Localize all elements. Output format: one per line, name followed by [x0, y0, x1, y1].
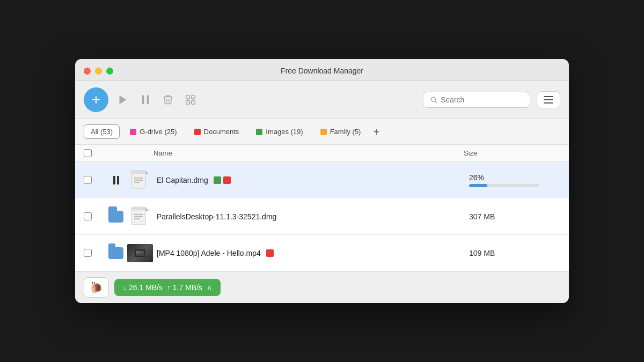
tag-green	[214, 176, 221, 184]
maximize-button[interactable]	[106, 68, 113, 75]
select-all-checkbox[interactable]	[84, 149, 92, 157]
main-window: Free Download Manager +	[75, 59, 569, 303]
size-text: 109 MB	[469, 249, 560, 257]
progress-bar-fill	[469, 184, 487, 187]
pause-button[interactable]	[137, 92, 153, 108]
svg-rect-4	[192, 95, 195, 99]
file-tags	[214, 176, 231, 184]
toolbar: +	[75, 81, 569, 119]
move-icon	[185, 94, 196, 106]
minimize-button[interactable]	[95, 68, 102, 75]
snail-icon: 🐌	[90, 281, 103, 294]
size-text: 26%	[469, 173, 560, 182]
col-name-header: Name	[153, 149, 464, 157]
category-tabs: All (53) G-drive (25) Documents Images (…	[75, 119, 569, 145]
download-speed: ↓ 26.1 MB/s	[123, 283, 163, 292]
chevron-up-icon[interactable]: ∧	[207, 283, 212, 292]
add-download-button[interactable]: +	[84, 87, 108, 112]
svg-marker-20	[145, 207, 149, 211]
svg-marker-0	[120, 95, 127, 105]
row-name-cell: El Capitan.dmg	[153, 176, 464, 184]
status-bar: 🐌 ↓ 26.1 MB/s ↑ 1.7 MB/s ∧	[75, 272, 569, 303]
row-size-cell: 307 MB	[464, 212, 560, 221]
video-frame-icon	[135, 249, 145, 257]
tab-documents[interactable]: Documents	[187, 124, 246, 139]
tab-family[interactable]: Family (5)	[313, 124, 368, 139]
snail-button[interactable]: 🐌	[84, 277, 109, 298]
svg-point-10	[431, 97, 435, 101]
gdrive-color-dot	[130, 129, 136, 135]
tab-images[interactable]: Images (19)	[249, 124, 310, 139]
tab-all[interactable]: All (53)	[84, 124, 120, 139]
size-text: 307 MB	[469, 212, 560, 221]
svg-rect-2	[147, 95, 149, 105]
table-row[interactable]: [MP4 1080p] Adele - Hello.mp4 109 MB	[75, 235, 569, 271]
documents-color-dot	[194, 129, 201, 135]
tab-gdrive[interactable]: G-drive (25)	[123, 124, 184, 139]
title-bar: Free Download Manager	[75, 59, 569, 81]
dmg-file-icon	[131, 170, 149, 190]
svg-rect-26	[136, 251, 140, 254]
play-button[interactable]	[115, 92, 131, 108]
svg-rect-13	[131, 171, 145, 174]
table-row[interactable]: El Capitan.dmg 26%	[75, 162, 569, 198]
folder-tab	[108, 207, 115, 211]
svg-rect-27	[141, 251, 143, 254]
play-icon	[117, 94, 129, 106]
menu-line-2	[544, 99, 553, 100]
svg-line-11	[435, 101, 437, 103]
progress-bar-bg	[469, 184, 539, 187]
speed-indicator: ↓ 26.1 MB/s ↑ 1.7 MB/s ∧	[114, 279, 221, 296]
menu-button[interactable]	[537, 91, 560, 108]
folder-icon	[108, 211, 123, 223]
menu-line-3	[544, 102, 553, 104]
row-checkbox[interactable]	[84, 249, 92, 257]
tag-red	[266, 249, 274, 257]
file-name: El Capitan.dmg	[157, 176, 208, 184]
table-header: Name Size	[75, 145, 569, 162]
svg-rect-19	[131, 207, 145, 210]
row-size-cell: 26%	[464, 173, 560, 187]
folder-icon	[108, 247, 123, 259]
move-button[interactable]	[182, 92, 199, 108]
family-color-dot	[320, 129, 327, 135]
file-tags	[266, 249, 274, 257]
search-box[interactable]	[423, 92, 530, 108]
row-name-cell: ParallelsDesktop-11.1.3-32521.dmg	[153, 212, 464, 221]
upload-speed: ↑ 1.7 MB/s	[167, 283, 202, 292]
search-input[interactable]	[441, 95, 523, 104]
folder-tab	[108, 243, 115, 247]
trash-icon	[162, 94, 174, 106]
close-button[interactable]	[84, 68, 91, 75]
dmg-file-icon	[131, 206, 149, 227]
add-category-button[interactable]: +	[371, 127, 382, 137]
delete-button[interactable]	[160, 92, 176, 108]
row-checkbox[interactable]	[84, 212, 92, 220]
pause-action-icon	[113, 176, 119, 184]
table-row[interactable]: ParallelsDesktop-11.1.3-32521.dmg 307 MB	[75, 198, 569, 235]
menu-line-1	[544, 96, 553, 97]
file-name: ParallelsDesktop-11.1.3-32521.dmg	[157, 212, 276, 221]
images-color-dot	[256, 129, 262, 135]
tag-red	[223, 176, 231, 184]
svg-marker-14	[145, 171, 149, 174]
file-name: [MP4 1080p] Adele - Hello.mp4	[157, 249, 261, 257]
svg-rect-6	[186, 101, 189, 104]
file-table: Name Size	[75, 145, 569, 272]
search-icon	[430, 96, 437, 104]
pause-icon	[140, 94, 151, 106]
svg-rect-1	[142, 95, 144, 105]
window-title: Free Download Manager	[281, 67, 363, 75]
svg-rect-5	[192, 101, 195, 104]
row-size-cell: 109 MB	[464, 249, 560, 257]
svg-rect-3	[186, 95, 189, 99]
col-size-header: Size	[464, 149, 560, 157]
window-controls	[84, 68, 113, 75]
video-thumbnail	[127, 244, 153, 262]
row-name-cell: [MP4 1080p] Adele - Hello.mp4	[153, 249, 464, 257]
row-checkbox[interactable]	[84, 176, 92, 184]
